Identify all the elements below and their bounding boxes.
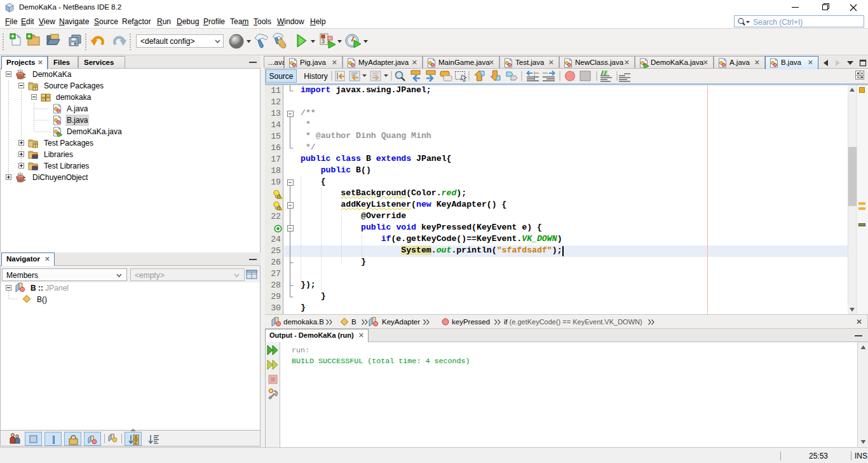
svg-text:!: ! [279, 195, 280, 199]
svg-text:3: 3 [322, 38, 325, 45]
svg-text:A: A [135, 435, 138, 439]
svg-text:!: ! [279, 206, 280, 211]
svg-text:Z: Z [135, 440, 137, 445]
